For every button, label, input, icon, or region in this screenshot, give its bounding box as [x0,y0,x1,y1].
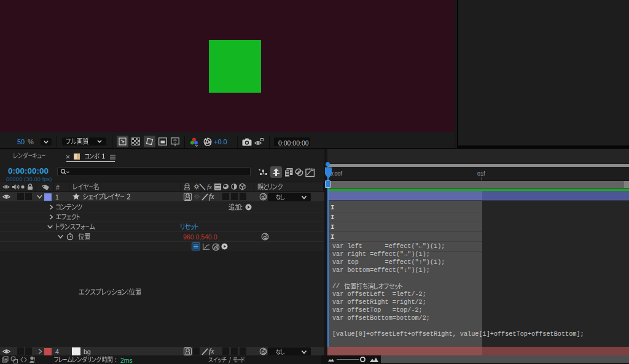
svg-text:fx: fx [207,183,212,190]
